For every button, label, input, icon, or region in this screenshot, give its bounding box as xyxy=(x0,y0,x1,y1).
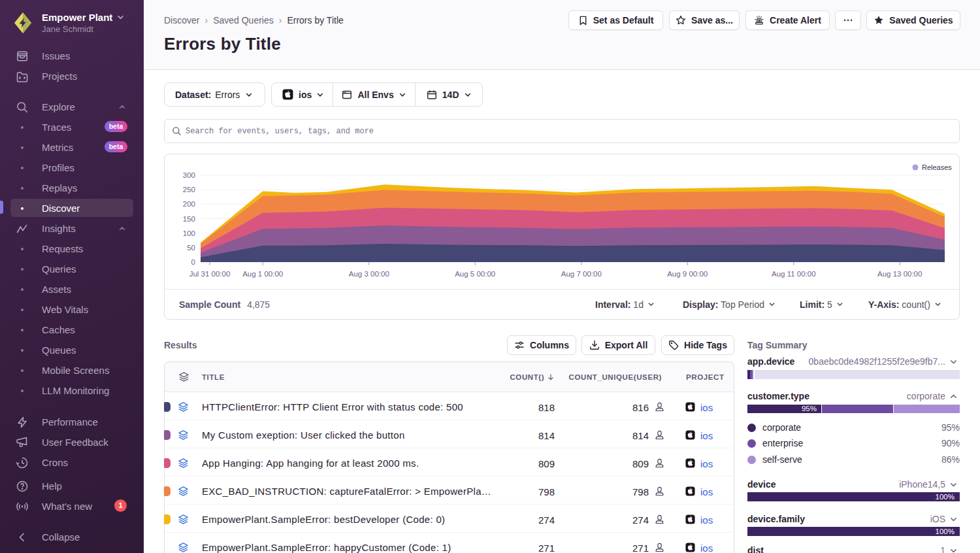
svg-text:200: 200 xyxy=(183,200,195,208)
svg-text:Aug 13 00:00: Aug 13 00:00 xyxy=(877,270,922,278)
svg-text:Aug 9 00:00: Aug 9 00:00 xyxy=(667,270,708,278)
svg-text:150: 150 xyxy=(183,215,195,223)
svg-text:Aug 1 00:00: Aug 1 00:00 xyxy=(242,270,283,278)
svg-text:50: 50 xyxy=(187,244,195,252)
svg-text:Jul 31 00:00: Jul 31 00:00 xyxy=(189,270,231,278)
svg-text:300: 300 xyxy=(183,171,195,179)
svg-text:Aug 5 00:00: Aug 5 00:00 xyxy=(455,270,495,278)
svg-text:Aug 11 00:00: Aug 11 00:00 xyxy=(772,270,816,278)
svg-text:100: 100 xyxy=(183,229,195,237)
svg-text:Releases: Releases xyxy=(922,163,952,171)
svg-text:Aug 3 00:00: Aug 3 00:00 xyxy=(349,270,389,278)
svg-text:0: 0 xyxy=(191,258,195,266)
svg-text:250: 250 xyxy=(183,186,195,193)
svg-text:Aug 7 00:00: Aug 7 00:00 xyxy=(561,270,602,278)
